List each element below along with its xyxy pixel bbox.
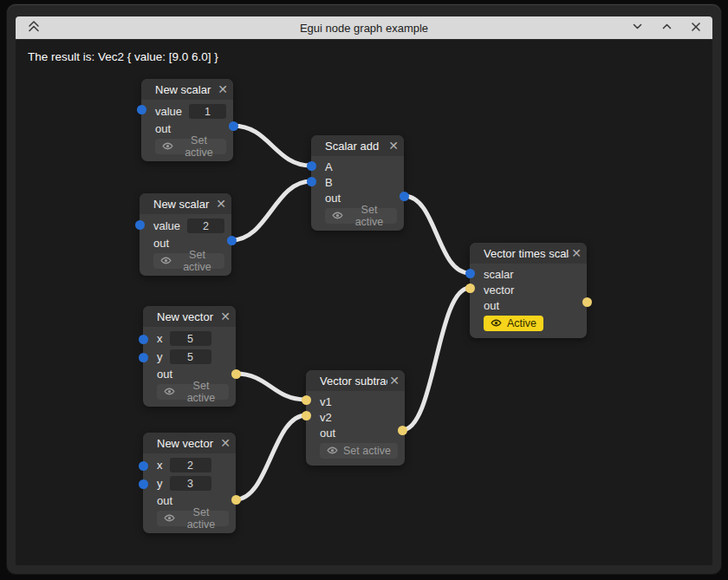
port-out[interactable] [231,495,241,505]
eye-icon [164,512,175,525]
set-active-button[interactable]: Set active [157,511,229,526]
port-in-b[interactable] [307,177,316,186]
input-label: v2 [320,411,332,424]
node-new-scalar-2[interactable]: New scalar ✕ value 2 out Set active [140,193,231,276]
close-node-icon[interactable]: ✕ [220,437,231,449]
node-new-vector-2[interactable]: New vector ✕ x 2 y 3 out Set active [143,433,236,533]
value-dragvalue[interactable]: 3 [170,476,211,491]
port-in-x[interactable] [139,461,148,471]
eye-icon [164,386,175,398]
output-label: out [325,192,341,205]
port-in-value[interactable] [137,105,146,114]
output-label: out [484,299,499,312]
input-label: v1 [320,395,332,408]
port-out[interactable] [400,192,409,201]
port-in-x[interactable] [139,335,148,344]
close-icon [691,20,701,36]
set-active-button[interactable]: Set active [325,208,397,224]
port-out[interactable] [398,426,407,435]
input-label: value [155,105,182,118]
wire-vector2-to-sub-v2 [236,415,306,499]
set-active-button[interactable]: Set active [153,253,224,269]
node-new-vector-1[interactable]: New vector ✕ x 5 y 5 out Set active [143,306,236,407]
input-label: vector [484,283,514,297]
connection-wires [16,40,712,564]
input-label: x [157,332,163,345]
value-dragvalue[interactable]: 1 [189,104,226,119]
port-out[interactable] [231,369,241,379]
input-label: B [325,176,333,189]
node-header[interactable]: Vector subtract ✕ [306,370,405,391]
app-window: Egui node graph example [7,4,721,574]
shade-window-button[interactable] [26,20,42,36]
eye-icon [332,210,343,222]
port-in-v2[interactable] [302,411,311,420]
value-dragvalue[interactable]: 2 [170,458,211,472]
eye-icon [162,140,173,153]
set-active-button[interactable]: Set active [320,443,398,459]
port-in-y[interactable] [139,353,148,362]
port-in-a[interactable] [307,161,316,171]
set-active-button[interactable]: Set active [155,139,226,154]
port-in-y[interactable] [139,479,148,489]
value-dragvalue[interactable]: 5 [170,331,211,346]
value-dragvalue[interactable]: 5 [170,349,211,364]
port-in-v1[interactable] [302,395,311,405]
minimize-button[interactable] [629,20,645,36]
output-label: out [157,368,172,381]
node-title: New vector [157,310,218,323]
input-label: x [157,459,163,472]
node-title: Vector times scalar [484,247,569,260]
input-label: A [325,160,333,173]
value-dragvalue[interactable]: 2 [187,218,224,233]
node-scalar-add[interactable]: Scalar add ✕ A B out Set active [311,135,404,231]
node-header[interactable]: Scalar add ✕ [311,135,404,156]
set-active-button[interactable]: Set active [157,384,229,400]
output-label: out [155,122,171,135]
node-new-scalar-1[interactable]: New scalar ✕ value 1 out Set active [141,79,233,161]
wire-add-to-times-scalar [404,196,470,273]
chevron-up-icon [661,20,673,36]
node-title: New scalar [153,198,214,211]
double-chevron-up-icon [28,20,40,36]
window-titlebar[interactable]: Egui node graph example [16,16,712,39]
node-vector-times-scalar[interactable]: Vector times scalar ✕ scalar vector out … [470,243,587,338]
input-label: value [153,219,180,232]
eye-icon [160,255,172,267]
close-node-icon[interactable]: ✕ [216,198,226,210]
node-title: Scalar add [325,140,387,153]
wire-scalar2-to-addB [231,181,311,240]
chevron-down-icon [632,20,643,36]
node-title: New scalar [155,83,216,96]
eye-icon [327,445,338,457]
eye-icon [491,317,502,329]
active-button[interactable]: Active [484,316,543,331]
output-label: out [157,494,172,507]
input-label: scalar [484,268,514,281]
wire-sub-to-times-vector [402,288,470,430]
close-node-icon[interactable]: ✕ [571,247,582,259]
port-in-scalar[interactable] [465,269,475,278]
node-header[interactable]: Vector times scalar ✕ [470,243,587,264]
port-out[interactable] [227,236,237,245]
close-node-icon[interactable]: ✕ [388,140,399,152]
node-header[interactable]: New vector ✕ [143,433,236,453]
close-window-button[interactable] [688,20,704,36]
node-header[interactable]: New vector ✕ [143,306,236,327]
port-out[interactable] [582,297,592,307]
node-header[interactable]: New scalar ✕ [141,79,233,100]
port-in-vector[interactable] [465,283,475,293]
node-vector-subtract[interactable]: Vector subtract ✕ v1 v2 out Set active [306,370,405,466]
port-in-value[interactable] [135,220,145,230]
desktop: Egui node graph example [0,0,728,580]
node-header[interactable]: New scalar ✕ [140,193,231,214]
close-node-icon[interactable]: ✕ [389,375,400,387]
maximize-button[interactable] [659,20,674,36]
graph-canvas[interactable]: The result is: Vec2 { value: [9.0 6.0] }… [16,40,712,565]
wire-vector1-to-sub-v1 [236,374,306,400]
close-node-icon[interactable]: ✕ [218,83,228,95]
port-out[interactable] [229,121,238,131]
input-label: y [157,477,163,490]
wire-scalar1-to-addA [233,126,311,166]
close-node-icon[interactable]: ✕ [220,310,231,323]
